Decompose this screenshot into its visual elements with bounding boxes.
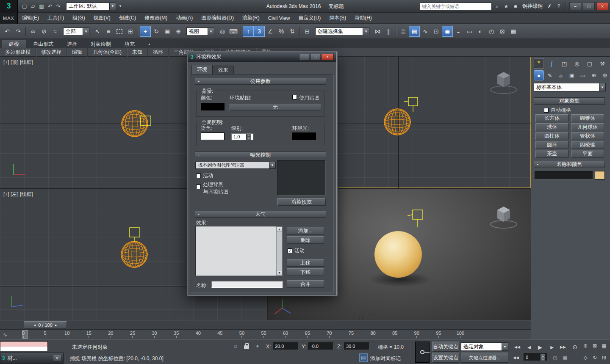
curve-editor-icon[interactable]: ∿	[420, 26, 431, 37]
go-to-end-icon[interactable]: ▶▶	[557, 342, 568, 353]
background-color-swatch[interactable]	[201, 103, 225, 110]
spinner-snap-icon[interactable]: ⇅	[287, 26, 298, 37]
object-color-swatch[interactable]	[595, 171, 605, 179]
process-background-checkbox[interactable]	[196, 185, 201, 189]
dialog-title-bar[interactable]: 3 环境和效果 − □ ×	[188, 52, 336, 62]
effects-scrollbar[interactable]: ▲ ▼	[276, 226, 282, 276]
slider-right-arrow-icon[interactable]: ▸	[55, 323, 57, 327]
primitive-geosphere-button[interactable]: 几何球体	[571, 123, 604, 131]
viewport-left-label[interactable]: [+] [左] [线框]	[3, 191, 33, 198]
key-filters-button[interactable]: 关键点过滤器...	[461, 353, 508, 363]
tab-populate[interactable]: 填充	[118, 40, 141, 48]
primitive-cylinder-button[interactable]: 圆柱体	[535, 132, 568, 140]
undo-icon[interactable]: ↶	[2, 26, 13, 37]
primitive-pyramid-button[interactable]: 四棱锥	[571, 141, 604, 149]
previous-key-icon[interactable]: ◀◀	[512, 353, 520, 362]
listener-row[interactable]	[0, 347, 47, 351]
cameras-category-icon[interactable]: ▣	[567, 70, 577, 80]
signed-in-user[interactable]: 钢神绿钢	[522, 3, 543, 10]
menu-scripting[interactable]: 脚本(S)	[325, 13, 350, 24]
menu-group[interactable]: 组(G)	[68, 13, 89, 24]
dialog-minimize-button[interactable]: −	[299, 54, 309, 60]
tint-color-swatch[interactable]	[201, 132, 225, 140]
use-pivot-center-icon[interactable]: ◎	[217, 26, 228, 37]
use-map-checkbox[interactable]	[292, 95, 297, 99]
application-menu-button[interactable]: 3	[0, 0, 18, 13]
add-time-tag-icon[interactable]: ▤	[359, 353, 368, 362]
primitive-plane-button[interactable]: 平面	[571, 150, 604, 158]
x-coordinate-field[interactable]: 20.0	[273, 342, 298, 350]
select-and-scale-icon[interactable]: ▣	[162, 26, 173, 37]
schematic-view-icon[interactable]: ⊡	[431, 26, 442, 37]
name-color-rollout[interactable]: -名称和颜色	[534, 161, 605, 168]
tab-freeform[interactable]: 自由形式	[26, 40, 60, 48]
mini-window-close-icon[interactable]: ×	[53, 355, 61, 361]
render-preview-button[interactable]: 渲染预览	[277, 198, 326, 206]
primitive-torus-button[interactable]: 圆环	[535, 141, 568, 149]
favorites-star-icon[interactable]: ★	[502, 2, 510, 11]
viewport-top-label[interactable]: [+] [顶] [线框]	[3, 59, 33, 66]
select-and-link-icon[interactable]: ∞	[28, 26, 39, 37]
object-type-rollout[interactable]: -对象类型	[534, 97, 605, 105]
workspace-caret-icon[interactable]: ▼	[109, 3, 116, 10]
ribbon-geometry-all[interactable]: 几何体(全部)	[88, 48, 127, 57]
dialog-maximize-button[interactable]: □	[310, 54, 320, 60]
percent-snap-icon[interactable]: %	[276, 26, 287, 37]
new-scene-icon[interactable]: ▢	[20, 2, 29, 11]
ribbon-edit[interactable]: 编辑	[67, 48, 88, 57]
primitive-category-dropdown[interactable]: 标准基本体 ▼	[534, 83, 606, 91]
next-frame-icon[interactable]: ▶	[546, 342, 557, 353]
track-bar[interactable]: ∿ 0 5 10 15 20 25 30 35 40 45 50 55 60 6…	[0, 329, 531, 339]
add-effect-button[interactable]: 添加...	[287, 227, 324, 234]
pan-view-icon[interactable]: ◇	[581, 353, 590, 362]
save-file-icon[interactable]: ▥	[37, 2, 46, 11]
tab-modeling[interactable]: 建模	[2, 40, 26, 48]
create-tab-icon[interactable]: *	[534, 58, 544, 69]
tab-effects[interactable]: 效果	[213, 66, 234, 74]
primitive-tube-button[interactable]: 管状体	[571, 132, 604, 140]
atmosphere-rollout[interactable]: -大气	[195, 211, 326, 218]
workspace-extra-caret-icon[interactable]: ▼	[116, 2, 125, 11]
key-mode-toggle-icon[interactable]: ⊙	[569, 342, 580, 353]
menu-customize[interactable]: 自定义(U)	[294, 13, 325, 24]
play-animation-icon[interactable]: ▶	[535, 342, 546, 353]
move-gizmo[interactable]	[408, 206, 428, 228]
time-slider-handle[interactable]: ◂ 0 / 100 ▸	[24, 321, 67, 328]
exposure-caret-icon[interactable]: ▼	[269, 162, 275, 168]
placement-tool-icon[interactable]: ⊕	[173, 26, 184, 37]
material-editor-icon[interactable]: ◉	[442, 26, 453, 37]
maxscript-mini-listener[interactable]	[0, 341, 48, 351]
named-sets-caret-icon[interactable]: ▼	[363, 28, 369, 35]
zoom-extents-icon[interactable]: ▦	[600, 342, 608, 350]
frame-spin-down-icon[interactable]: ▾	[541, 357, 545, 361]
macro-recorder-row[interactable]	[0, 342, 47, 347]
common-parameters-rollout[interactable]: -公用参数	[195, 78, 326, 85]
mirror-icon[interactable]: ⋈	[372, 26, 383, 37]
zoom-icon[interactable]: ⊕	[581, 342, 590, 350]
move-gizmo[interactable]	[138, 113, 155, 130]
render-setup-icon[interactable]: ◒	[453, 26, 464, 37]
display-tab-icon[interactable]: ▢	[585, 58, 595, 69]
menu-graph-editors[interactable]: 图形编辑器(D)	[197, 13, 238, 24]
primitive-sphere-button[interactable]: 球体	[535, 123, 568, 131]
go-to-start-icon[interactable]: ◀◀	[512, 342, 523, 353]
select-and-move-icon[interactable]: +	[140, 26, 151, 37]
menu-views[interactable]: 视图(V)	[89, 13, 115, 24]
delete-effect-button[interactable]: 删除	[287, 236, 324, 244]
redo-icon[interactable]: ↷	[13, 26, 24, 37]
close-button[interactable]: ×	[596, 2, 608, 10]
snap-3d-icon[interactable]: 3	[254, 26, 265, 37]
primitive-cone-button[interactable]: 圆锥体	[571, 114, 604, 122]
select-by-name-icon[interactable]: ≡	[103, 26, 114, 37]
merge-button[interactable]: 合并	[287, 280, 324, 288]
edit-named-selections-icon[interactable]: ⊟	[302, 26, 313, 37]
move-down-button[interactable]: 下移	[287, 268, 324, 276]
scroll-up-icon[interactable]: ▲	[277, 226, 282, 232]
z-coordinate-field[interactable]: 30.0	[344, 342, 369, 350]
exposure-control-rollout[interactable]: -曝光控制	[195, 152, 326, 158]
menu-tools[interactable]: 工具(T)	[43, 13, 68, 24]
menu-help[interactable]: 帮助(H)	[350, 13, 376, 24]
tab-object-paint[interactable]: 对象绘制	[84, 40, 118, 48]
maximize-viewport-icon[interactable]: ⊞	[600, 353, 608, 362]
helpers-category-icon[interactable]: ▭	[578, 70, 588, 80]
